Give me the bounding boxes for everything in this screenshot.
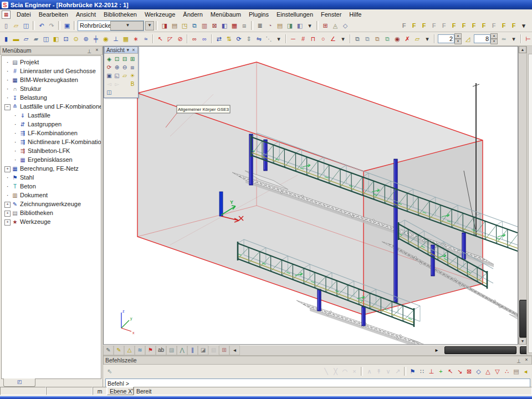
- menu-ansicht[interactable]: Ansicht: [72, 10, 100, 19]
- expander-plus-icon[interactable]: +: [4, 200, 11, 208]
- snap-settings-button[interactable]: ▤: [511, 367, 521, 376]
- grid-spinner[interactable]: 8 ▲▼: [474, 33, 498, 44]
- scroll-up-icon[interactable]: ▲: [519, 46, 526, 53]
- tree-item-bim-werkzeugkasten[interactable]: ·▦BIM-Werkzeugkasten: [2, 75, 101, 84]
- view-flag-3-button[interactable]: F: [419, 21, 429, 30]
- menu-fenster[interactable]: Fenster: [317, 10, 345, 19]
- show-volumes-button[interactable]: ∥: [187, 345, 198, 355]
- scroll-down-icon[interactable]: ▼: [519, 337, 526, 345]
- view-flag-12-button[interactable]: F: [509, 21, 519, 30]
- storeys-button[interactable]: ◳: [180, 21, 190, 30]
- zoom-all-button[interactable]: ▣: [105, 71, 113, 80]
- view-flag-4-button[interactable]: F: [429, 21, 439, 30]
- scrollbar-thumb[interactable]: [519, 300, 527, 337]
- line-grid-button[interactable]: ⊥: [427, 367, 436, 376]
- draw-circle-button[interactable]: ○: [318, 34, 328, 44]
- erase-segment-button[interactable]: ×: [350, 367, 359, 376]
- layers-button[interactable]: ▤: [170, 21, 180, 30]
- expander-plus-icon[interactable]: +: [4, 218, 11, 226]
- clipboard-button[interactable]: ▥: [200, 21, 209, 30]
- select-window-button[interactable]: ◸: [165, 34, 175, 44]
- draw-rectangle-button[interactable]: ⊓: [308, 34, 318, 44]
- draw-angle-button[interactable]: ∠: [328, 34, 338, 44]
- view-top-button[interactable]: ⊡: [113, 55, 121, 63]
- draw-arc-button[interactable]: ◠: [340, 367, 350, 376]
- tree-item-zeichnungswerkzeuge[interactable]: +✎Zeichnungswerkzeuge: [2, 200, 101, 208]
- catalog-block-button[interactable]: ∗: [131, 34, 141, 44]
- scale-spinner[interactable]: 2 ▲▼: [438, 33, 462, 44]
- tree-item-belastung[interactable]: ·↧Belastung: [2, 93, 101, 102]
- tree-item-stahlbeton-lfk[interactable]: ·⇶Stahlbeton-LFK: [2, 146, 101, 155]
- snap-perpendicular-button[interactable]: ▽: [493, 367, 502, 376]
- view-flag-8-button[interactable]: F: [469, 21, 479, 30]
- print-button[interactable]: ≣: [255, 21, 265, 30]
- save-button[interactable]: ◫: [21, 21, 31, 30]
- expander-plus-icon[interactable]: +: [4, 165, 11, 172]
- close-icon[interactable]: ×: [131, 47, 136, 54]
- view-axonometric-button[interactable]: ◈: [105, 55, 113, 63]
- collapse-panel-button[interactable]: ◂: [521, 367, 530, 376]
- menu-plugins[interactable]: Plugins: [245, 10, 273, 19]
- check-structure-button[interactable]: ◬: [330, 21, 340, 30]
- close-icon[interactable]: ×: [523, 357, 530, 364]
- rendered-mode-button[interactable]: ✎: [114, 345, 124, 355]
- array-button[interactable]: ⋱: [264, 34, 274, 44]
- column-button[interactable]: ▮: [1, 34, 11, 44]
- connect-members-button[interactable]: ≈: [141, 34, 151, 44]
- print-preview-button[interactable]: ◔: [265, 21, 275, 30]
- tree-item-linienraster-und-geschosse[interactable]: ·#Linienraster und Geschosse: [2, 66, 101, 75]
- internal-node-button[interactable]: ⊚: [81, 34, 91, 44]
- draw-segment-button[interactable]: ╲: [321, 367, 331, 376]
- menu-datei[interactable]: Datei: [13, 10, 35, 19]
- view-side-button[interactable]: ⊞: [129, 55, 136, 63]
- draw-polyline-button[interactable]: ╳: [331, 367, 340, 376]
- clipping-box-button[interactable]: ▱: [121, 71, 129, 80]
- print-dropdown[interactable]: ▾: [305, 21, 315, 30]
- node-button[interactable]: ⊙: [71, 34, 81, 44]
- snap-flag-button[interactable]: ⚑: [408, 367, 417, 376]
- open-project-button[interactable]: ▱: [11, 21, 21, 30]
- clean-button[interactable]: ⊞: [320, 21, 330, 30]
- slider-left-icon[interactable]: ▸: [433, 346, 440, 355]
- zoom-pair-red-button[interactable]: ∞: [190, 34, 200, 44]
- gallery-button[interactable]: ▦: [229, 21, 239, 30]
- dot-grid-button[interactable]: ∷: [417, 367, 427, 376]
- slab-button[interactable]: ▱: [21, 34, 31, 44]
- render-settings-button[interactable]: ◪: [198, 345, 208, 355]
- model-viewport[interactable]: Allgemeiner Körper GSE3 Y zyx: [103, 46, 518, 345]
- status-plane-button[interactable]: Ebene XY: [107, 387, 134, 395]
- deselect-button[interactable]: ⊘: [175, 34, 185, 44]
- vertex-down-button[interactable]: ∨: [383, 367, 393, 376]
- snap-midpoint-button[interactable]: ↘: [455, 367, 464, 376]
- snap-arc-center-button[interactable]: ∴: [502, 367, 511, 376]
- expander-minus-icon[interactable]: −: [4, 103, 11, 110]
- mdi-child-icon[interactable]: ▦: [2, 11, 11, 19]
- cursor-cross-button[interactable]: +: [436, 367, 446, 376]
- opening-button[interactable]: ⊡: [61, 34, 71, 44]
- vertex-insert-button[interactable]: ↟: [374, 367, 383, 376]
- grid-step-button[interactable]: ≃: [499, 34, 509, 44]
- view-flag-10-button[interactable]: F: [489, 21, 499, 30]
- view-flag-9-button[interactable]: F: [479, 21, 489, 30]
- show-labels-button[interactable]: ⚑: [145, 345, 156, 355]
- view-flag-6-button[interactable]: F: [449, 21, 459, 30]
- document-preview-button[interactable]: ▤: [275, 21, 285, 30]
- support-button[interactable]: ⊥: [111, 34, 121, 44]
- copy-multi-button[interactable]: ⇅: [224, 34, 234, 44]
- tree-item-werkzeuge[interactable]: +★Werkzeuge: [2, 217, 101, 226]
- chevron-down-icon[interactable]: ▾: [126, 47, 130, 54]
- tree-item-stahl[interactable]: ·⚑Stahl: [2, 173, 101, 182]
- zoom-window-button[interactable]: ⧈: [129, 63, 136, 71]
- mirror-button[interactable]: ⇋: [254, 34, 264, 44]
- beam-button[interactable]: ▬: [11, 34, 21, 44]
- zoom-pair-blue-button[interactable]: ∞: [200, 34, 209, 44]
- font-scale-button[interactable]: ◿: [463, 34, 473, 44]
- undo-button[interactable]: ↶: [37, 21, 47, 30]
- show-supports-button[interactable]: △: [124, 345, 135, 355]
- tree-item-struktur[interactable]: ·∩Struktur: [2, 84, 101, 93]
- image-gallery-button[interactable]: ⧈: [239, 21, 249, 30]
- paste-add-button[interactable]: ⧉: [382, 34, 392, 44]
- menu-bearbeiten[interactable]: Bearbeiten: [35, 10, 72, 19]
- new-layer-button[interactable]: ▱: [412, 34, 422, 44]
- paste-properties-button[interactable]: ⧉: [362, 34, 372, 44]
